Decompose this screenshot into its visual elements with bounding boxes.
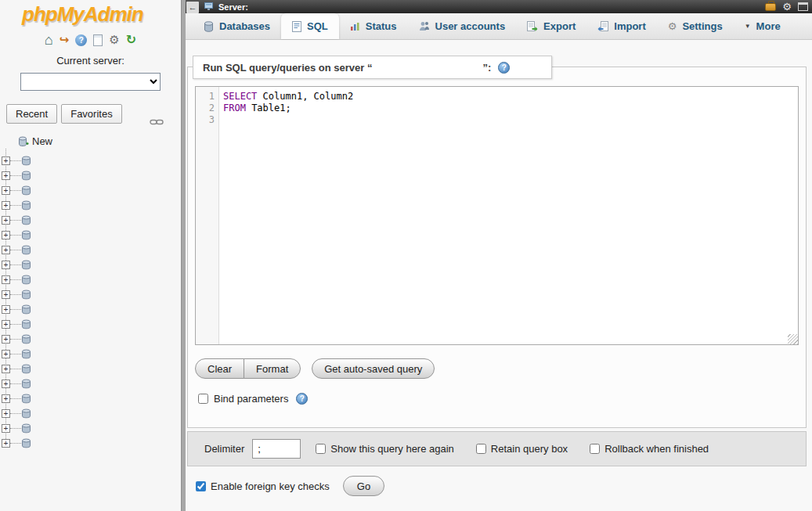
tree-row: + [0, 198, 181, 213]
database-icon[interactable] [21, 200, 31, 211]
expand-icon[interactable]: + [2, 305, 10, 314]
database-icon[interactable] [21, 379, 31, 389]
get-autosaved-query-button[interactable]: Get auto-saved query [312, 358, 435, 379]
tree-row: + [0, 183, 181, 198]
database-icon[interactable] [21, 185, 31, 196]
bind-parameters-checkbox[interactable] [198, 394, 208, 404]
databases-icon [204, 21, 214, 32]
delimiter-input[interactable] [252, 439, 301, 459]
database-icon[interactable] [21, 408, 31, 419]
tree-row: + [0, 317, 181, 332]
expand-icon[interactable]: + [2, 424, 10, 433]
expand-icon[interactable]: + [2, 231, 10, 239]
tab-sql[interactable]: SQL [281, 13, 339, 39]
sql-query-fieldset: 1 2 3 SELECT Column1, Column2 FROM Table… [187, 67, 807, 428]
database-icon[interactable] [21, 171, 31, 181]
database-icon[interactable] [21, 423, 31, 434]
tab-import[interactable]: Import [586, 13, 656, 39]
docs-help-icon[interactable]: ? [75, 34, 87, 46]
code-line [223, 114, 798, 126]
database-icon[interactable] [21, 349, 31, 359]
database-icon[interactable] [21, 275, 31, 285]
expand-icon[interactable]: + [2, 320, 10, 329]
database-icon[interactable] [21, 230, 31, 240]
expand-icon[interactable]: + [2, 394, 10, 403]
tree-guide-line [10, 339, 21, 340]
collapse-sidebar-button[interactable]: ← [186, 2, 199, 13]
expand-icon[interactable]: + [2, 157, 10, 165]
tree-row: + [0, 406, 181, 421]
retain-query-box-label: Retain query box [491, 443, 568, 455]
editor-resize-handle[interactable] [788, 334, 798, 344]
nav-settings-gear-icon[interactable]: ⚙ [109, 34, 119, 46]
database-icon[interactable] [21, 394, 31, 404]
sql-editor[interactable]: 1 2 3 SELECT Column1, Column2 FROM Table… [195, 86, 799, 345]
database-icon[interactable] [21, 215, 31, 225]
expand-icon[interactable]: + [2, 216, 10, 225]
tree-row: + [0, 257, 181, 272]
logout-icon[interactable]: ↪ [60, 34, 70, 46]
enable-fk-checkbox[interactable] [196, 481, 206, 491]
bind-parameters-help-icon[interactable]: ? [296, 393, 308, 405]
reload-navigation-icon[interactable]: ↻ [126, 34, 136, 46]
tab-status[interactable]: Status [339, 13, 408, 39]
database-icon[interactable] [21, 334, 31, 344]
expand-icon[interactable]: + [2, 171, 10, 180]
console-icon[interactable] [765, 3, 776, 11]
format-button[interactable]: Format [244, 358, 301, 379]
clear-button[interactable]: Clear [195, 358, 244, 379]
show-query-again-checkbox[interactable] [316, 444, 326, 454]
tree-guide-line [10, 235, 21, 236]
tree-row: + [0, 362, 181, 376]
server-icon [204, 2, 215, 12]
retain-query-box-checkbox[interactable] [476, 444, 486, 454]
database-icon[interactable] [21, 364, 31, 374]
server-select[interactable] [20, 73, 161, 91]
database-icon[interactable] [21, 156, 31, 166]
tree-row: + [0, 421, 181, 436]
page-settings-gear-icon[interactable]: ⚙ [782, 2, 792, 12]
title-prefix: Run SQL query/queries on server “ [203, 62, 373, 74]
database-icon[interactable] [21, 438, 31, 448]
tab-user-accounts[interactable]: User accounts [408, 13, 517, 39]
rollback-checkbox[interactable] [590, 444, 600, 454]
expand-icon[interactable]: + [2, 439, 10, 448]
expand-window-icon[interactable] [798, 2, 808, 11]
expand-icon[interactable]: + [2, 186, 10, 195]
tree-guide-line [10, 205, 21, 206]
tree-item-new[interactable]: New [0, 133, 181, 149]
tree-row: + [0, 391, 181, 406]
home-icon[interactable]: ⌂ [45, 34, 53, 46]
help-icon[interactable]: ? [498, 62, 510, 74]
expand-icon[interactable]: + [2, 380, 10, 388]
database-icon[interactable] [21, 304, 31, 315]
tab-databases[interactable]: Databases [193, 13, 281, 39]
sql-keyword: SELECT [223, 91, 257, 102]
line-number: 3 [196, 114, 215, 126]
tab-settings[interactable]: ⚙ Settings [657, 13, 734, 39]
tab-export[interactable]: Export [516, 13, 586, 39]
tab-more[interactable]: ▼ More [734, 13, 792, 39]
database-icon[interactable] [21, 290, 31, 300]
import-icon [597, 21, 608, 31]
expand-icon[interactable]: + [2, 409, 10, 418]
expand-icon[interactable]: + [2, 290, 10, 299]
tree-guide-line [10, 354, 21, 354]
recent-button[interactable]: Recent [6, 104, 57, 124]
database-icon[interactable] [21, 245, 31, 255]
favorites-button[interactable]: Favorites [61, 104, 121, 124]
expand-icon[interactable]: + [2, 201, 10, 210]
link-icon[interactable] [150, 118, 164, 126]
database-icon[interactable] [21, 260, 31, 270]
expand-icon[interactable]: + [2, 335, 10, 344]
expand-icon[interactable]: + [2, 275, 10, 284]
expand-icon[interactable]: + [2, 350, 10, 358]
tree-guide-line [10, 443, 21, 444]
expand-icon[interactable]: + [2, 246, 10, 254]
expand-icon[interactable]: + [2, 261, 10, 269]
code-line: FROM Table1; [223, 103, 798, 114]
go-button[interactable]: Go [343, 476, 384, 496]
expand-icon[interactable]: + [2, 365, 10, 373]
database-icon[interactable] [21, 319, 31, 329]
mysql-docs-icon[interactable] [93, 34, 103, 46]
